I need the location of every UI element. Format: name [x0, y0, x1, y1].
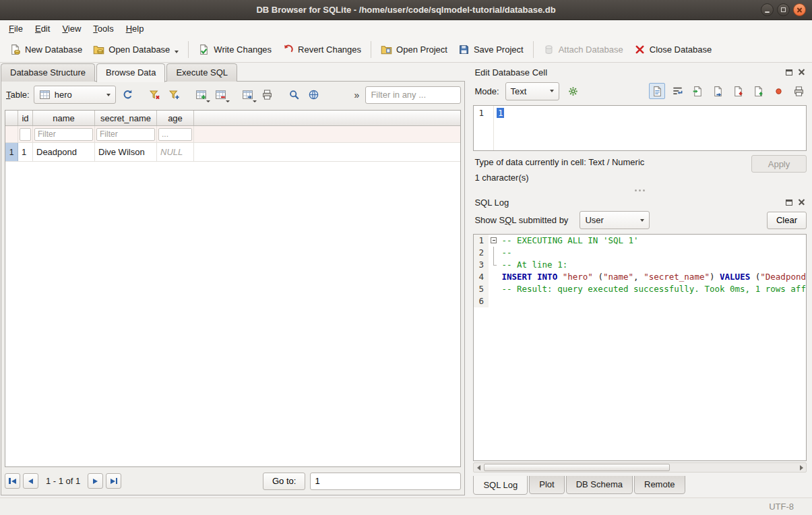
fold-collapse-icon[interactable] — [489, 235, 500, 247]
set-null-button[interactable] — [770, 83, 786, 99]
next-record-button[interactable] — [88, 473, 103, 489]
edit-cell-mode-row: Mode: Text — [473, 80, 807, 102]
menu-help[interactable]: Help — [120, 22, 150, 36]
cell-secret_name[interactable]: Dive Wilson — [95, 143, 157, 161]
clear-button[interactable]: Clear — [767, 212, 807, 229]
insert-record-icon — [195, 89, 207, 100]
table-icon — [39, 89, 51, 100]
apply-button[interactable]: Apply — [751, 155, 807, 173]
export-records-button[interactable] — [239, 86, 257, 104]
mode-select[interactable]: Text — [505, 82, 559, 100]
fold-margin — [489, 247, 500, 259]
filter-input-name[interactable] — [34, 128, 93, 141]
close-icon[interactable] — [793, 3, 806, 16]
dock-tab-sql-log[interactable]: SQL Log — [473, 476, 528, 495]
menu-tools[interactable]: Tools — [87, 22, 119, 36]
sql-log-view[interactable]: 1-- EXECUTING ALL IN 'SQL 1'2--3-- At li… — [473, 234, 807, 461]
toolbar-button-label: New Database — [25, 44, 82, 55]
tab-database-structure[interactable]: Database Structure — [1, 63, 95, 82]
table-encoding-button[interactable] — [305, 86, 323, 104]
sql-log-line: 6 — [474, 295, 806, 307]
new-database-icon — [9, 44, 21, 55]
close-dock-icon[interactable] — [798, 69, 805, 76]
dock-tab-remote[interactable]: Remote — [634, 476, 685, 494]
filter-input-age[interactable] — [158, 128, 192, 141]
cell-age[interactable]: NULL — [157, 143, 194, 161]
save-project-button[interactable]: Save Project — [453, 40, 529, 59]
clear-all-filters-button[interactable] — [146, 86, 164, 104]
export-data-button[interactable] — [750, 83, 766, 99]
open-database-button[interactable]: Open Database — [88, 40, 184, 59]
horizontal-scrollbar[interactable] — [473, 462, 807, 473]
insert-record-button[interactable] — [192, 86, 210, 104]
import-data-icon — [732, 86, 744, 97]
save-filter-preset-button[interactable] — [165, 86, 183, 104]
attach-database-button[interactable]: Attach Database — [538, 40, 629, 59]
open-file-button[interactable] — [689, 83, 706, 99]
dock-tab-db-schema[interactable]: DB Schema — [566, 476, 633, 494]
last-record-button[interactable] — [106, 473, 121, 489]
prev-record-button[interactable] — [23, 473, 38, 489]
cell-name[interactable]: Deadpond — [33, 143, 95, 161]
new-database-button[interactable]: New Database — [4, 40, 88, 59]
column-header-secret_name[interactable]: secret_name — [95, 111, 157, 125]
filter-input-id[interactable] — [20, 128, 31, 141]
filter-input-secret_name[interactable] — [96, 128, 155, 141]
print-records-button[interactable] — [258, 86, 276, 104]
open-project-button[interactable]: Open Project — [375, 40, 453, 59]
first-record-button[interactable] — [5, 473, 20, 489]
save-as-file-button[interactable] — [710, 83, 726, 99]
scroll-left-icon[interactable] — [474, 463, 483, 472]
revert-changes-button[interactable]: Revert Changes — [277, 40, 367, 59]
table-select[interactable]: hero — [34, 86, 116, 104]
toolbar-overflow-button[interactable]: » — [351, 88, 363, 102]
maximize-icon[interactable] — [777, 3, 790, 16]
edit-cell-title: Edit Database Cell — [474, 67, 547, 78]
column-header-name[interactable]: name — [33, 111, 95, 125]
menu-file[interactable]: File — [3, 22, 29, 36]
print-cell-button[interactable] — [790, 83, 807, 99]
refresh-button[interactable] — [119, 86, 137, 104]
sql-log-dock-header: SQL Log — [473, 194, 807, 210]
row-number[interactable]: 1 — [5, 143, 18, 161]
tab-browse-data[interactable]: Browse Data — [96, 63, 165, 82]
grid-corner[interactable] — [5, 111, 18, 125]
main-content: Database StructureBrowse DataExecute SQL… — [0, 63, 812, 497]
menu-view[interactable]: View — [56, 22, 87, 36]
minimize-icon[interactable] — [761, 3, 774, 16]
sql-submitter-select[interactable]: User — [580, 211, 650, 229]
column-header-age[interactable]: age — [157, 111, 194, 125]
scrollbar-thumb[interactable] — [484, 464, 670, 471]
goto-input[interactable] — [310, 473, 461, 490]
find-in-table-button[interactable] — [285, 86, 303, 104]
float-dock-icon[interactable] — [786, 200, 792, 206]
write-changes-button[interactable]: Write Changes — [193, 40, 277, 59]
auto-format-button[interactable] — [564, 82, 582, 100]
column-header-id[interactable]: id — [18, 111, 33, 125]
filter-any-input[interactable] — [365, 86, 461, 104]
word-wrap-button[interactable] — [669, 83, 685, 99]
cell-char-count: 1 character(s) — [474, 173, 807, 183]
open-file-icon — [692, 86, 704, 97]
import-data-button[interactable] — [730, 83, 746, 99]
tab-execute-sql[interactable]: Execute SQL — [166, 63, 237, 82]
cell-id[interactable]: 1 — [18, 143, 33, 161]
menu-edit[interactable]: Edit — [29, 22, 56, 36]
table-row[interactable]: 11DeadpondDive WilsonNULL — [5, 143, 460, 162]
dock-resize-grip[interactable] — [473, 187, 807, 194]
titlebar[interactable]: DB Browser for SQLite - /home/user/code/… — [0, 0, 812, 20]
dock-tab-plot[interactable]: Plot — [529, 476, 564, 494]
cell-editor-content[interactable]: 1 — [497, 108, 504, 118]
text-mode-button[interactable] — [649, 83, 665, 99]
delete-record-button[interactable] — [212, 86, 230, 104]
main-toolbar: New DatabaseOpen DatabaseWrite ChangesRe… — [0, 37, 812, 63]
cell-toolbar — [649, 83, 807, 99]
close-database-button[interactable]: Close Database — [629, 40, 718, 59]
close-dock-icon[interactable] — [798, 199, 805, 206]
float-dock-icon[interactable] — [786, 69, 792, 75]
toolbar-button-label: Close Database — [650, 44, 712, 55]
toolbar-button-label: Attach Database — [559, 44, 623, 55]
cell-editor[interactable]: 1 1 — [473, 105, 807, 151]
scroll-right-icon[interactable] — [797, 463, 806, 472]
goto-button[interactable]: Go to: — [263, 473, 305, 490]
